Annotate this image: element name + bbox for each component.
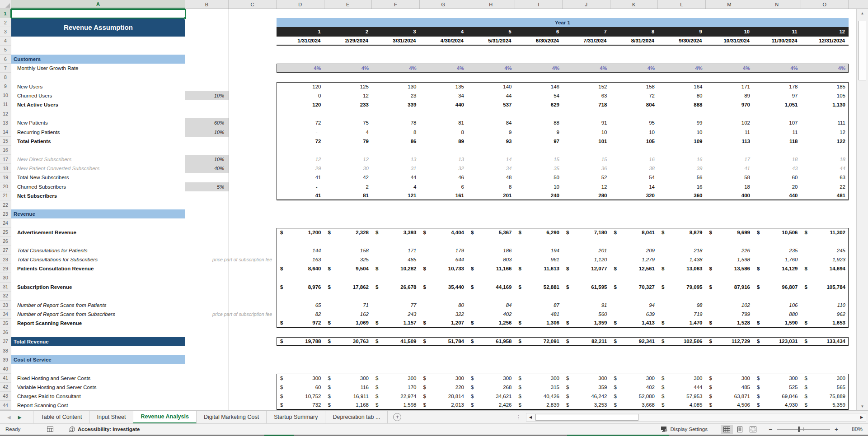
cell-E31[interactable]: $17,862 [325, 283, 373, 292]
cell-F7[interactable]: 4% [372, 64, 420, 72]
cell-G18[interactable]: 32 [420, 164, 468, 173]
cell-A17[interactable]: New Direct Subscribers [11, 155, 185, 164]
row-header-32[interactable]: 32 [0, 292, 11, 301]
cell-I42[interactable]: $315 [516, 383, 563, 392]
cell-J14[interactable]: 10 [563, 127, 611, 136]
cell-D7[interactable]: 4% [277, 64, 325, 72]
cell-D25[interactable]: $1,200 [277, 228, 325, 237]
cell-K27[interactable]: 209 [611, 246, 659, 255]
cell-A4[interactable] [11, 37, 185, 46]
cell-I15[interactable]: 97 [516, 137, 563, 146]
cell-I19[interactable]: 50 [516, 173, 563, 182]
cell-I37[interactable]: $72,091 [516, 338, 563, 345]
cell-K44[interactable]: $3,668 [611, 401, 659, 409]
cell-J18[interactable]: 36 [563, 164, 611, 173]
row-header-34[interactable]: 34 [0, 310, 11, 319]
cell-D34[interactable]: 82 [277, 310, 325, 319]
cell-B9[interactable] [185, 82, 277, 91]
cell-G7[interactable]: 4% [420, 64, 468, 72]
cell-F13[interactable]: 78 [372, 118, 420, 127]
cell-L35[interactable]: $1,470 [658, 319, 706, 327]
cell-O29[interactable]: $14,694 [802, 264, 849, 273]
cell-A43[interactable]: Charges Paid to Consultant [11, 392, 185, 401]
cell-B33[interactable] [185, 301, 277, 310]
cell-B32[interactable] [185, 292, 277, 301]
cell-E37[interactable]: $30,763 [325, 338, 373, 345]
cell-M3[interactable]: 10 [706, 27, 754, 36]
cell-B30[interactable] [185, 273, 277, 282]
scroll-down-icon[interactable]: ▼ [857, 402, 868, 410]
sheet-tab-depreciation-tab[interactable]: Depreciation tab ... [325, 411, 388, 423]
cell-A19[interactable]: Total New Subscribers [11, 173, 185, 182]
cell-B19[interactable] [185, 173, 277, 182]
cell-K43[interactable]: $52,080 [611, 392, 659, 401]
row-header-9[interactable]: 9 [0, 82, 11, 91]
cell-M41[interactable]: $300 [706, 374, 754, 383]
cell-J31[interactable]: $61,595 [563, 283, 611, 292]
cell-A15[interactable]: Total Patients [11, 137, 185, 146]
cell-J43[interactable]: $46,242 [563, 392, 611, 401]
row-header-8[interactable]: 8 [0, 73, 11, 82]
row-header-16[interactable]: 16 [0, 146, 11, 155]
cell-J28[interactable]: 1,120 [563, 255, 611, 264]
cell-M35[interactable]: $1,528 [706, 319, 754, 327]
page-layout-view-button[interactable] [734, 425, 746, 434]
cell-D44[interactable]: $732 [277, 401, 325, 409]
cell-G29[interactable]: $10,733 [420, 264, 468, 273]
cell-D4[interactable]: 1/31/2024 [277, 37, 324, 45]
vertical-scrollbar-thumb[interactable] [859, 21, 866, 80]
cell-E10[interactable]: 12 [325, 91, 373, 100]
cell-A6[interactable]: Customers [11, 55, 185, 64]
cell-A30[interactable] [11, 273, 185, 282]
cell-L41[interactable]: $300 [658, 374, 706, 383]
cell-O34[interactable]: 962 [802, 310, 849, 319]
cell-H42[interactable]: $268 [468, 383, 516, 392]
assumption-input-B10[interactable]: 10% [185, 91, 229, 100]
cell-I41[interactable]: $300 [516, 374, 563, 383]
cell-N31[interactable]: $96,807 [754, 283, 802, 292]
cell-J34[interactable]: 560 [563, 310, 611, 319]
cell-K10[interactable]: 72 [611, 91, 659, 100]
row-header-2[interactable]: 2 [0, 18, 11, 27]
cell-D17[interactable]: 12 [277, 155, 325, 164]
cell-L17[interactable]: 16 [658, 155, 706, 164]
cell-G4[interactable]: 4/30/2024 [420, 37, 468, 45]
cell-O21[interactable]: 481 [802, 191, 849, 199]
cell-G15[interactable]: 89 [420, 137, 468, 146]
cell-B2[interactable] [185, 18, 277, 27]
cell-N35[interactable]: $1,590 [754, 319, 802, 327]
cell-O43[interactable]: $75,889 [802, 392, 849, 401]
cell-D29[interactable]: $8,640 [277, 264, 325, 273]
cell-B17[interactable]: 10% [185, 155, 277, 164]
cell-E29[interactable]: $9,504 [325, 264, 373, 273]
column-header-L[interactable]: L [658, 0, 706, 9]
cell-F10[interactable]: 23 [372, 91, 420, 100]
row-header-14[interactable]: 14 [0, 127, 11, 136]
cell-J20[interactable]: 12 [563, 182, 611, 191]
cell-H14[interactable]: 9 [468, 127, 516, 136]
cell-F11[interactable]: 339 [372, 100, 420, 109]
cell-H28[interactable]: 803 [468, 255, 516, 264]
cell-A20[interactable]: Churned Subscribers [11, 182, 185, 191]
cell-K14[interactable]: 10 [611, 127, 659, 136]
cell-I44[interactable]: $2,839 [516, 401, 563, 409]
cell-A35[interactable]: Report Scanning Revenue [11, 319, 185, 328]
cell-A44[interactable]: Report Scanning Cost [11, 401, 185, 410]
cell-E19[interactable]: 42 [325, 173, 373, 182]
cell-B37[interactable] [185, 337, 277, 346]
cell-B13[interactable]: 60% [185, 118, 277, 127]
cell-D11[interactable]: 120 [277, 100, 325, 109]
cell-A12[interactable] [11, 109, 185, 118]
row-header-24[interactable]: 24 [0, 218, 11, 227]
row-header-10[interactable]: 10 [0, 91, 11, 100]
cell-K20[interactable]: 14 [611, 182, 659, 191]
column-header-N[interactable]: N [753, 0, 801, 9]
cell-M20[interactable]: 18 [706, 182, 754, 191]
cell-E14[interactable]: 4 [325, 127, 373, 136]
cell-I10[interactable]: 54 [516, 91, 563, 100]
cell-J35[interactable]: $1,359 [563, 319, 611, 327]
cell-I3[interactable]: 6 [515, 27, 563, 36]
cell-B8[interactable] [185, 73, 277, 82]
tab-overflow-dots-icon[interactable]: ⋮ [516, 414, 521, 420]
cell-N41[interactable]: $300 [754, 374, 802, 383]
